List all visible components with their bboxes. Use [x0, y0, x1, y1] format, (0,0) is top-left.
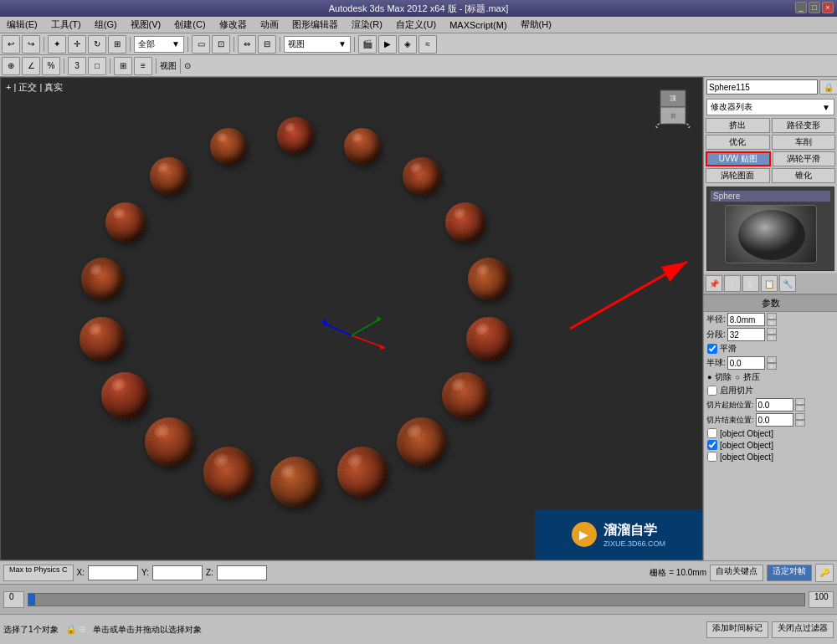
- maximize-button[interactable]: □: [809, 2, 820, 13]
- undo-button[interactable]: ↩: [2, 35, 20, 54]
- timeline-thumb[interactable]: [28, 594, 35, 606]
- real-world-checkbox[interactable]: [707, 452, 717, 462]
- menu-tools[interactable]: 工具(T): [48, 18, 85, 32]
- stack-delete-icon[interactable]: 🗑: [742, 275, 759, 292]
- y-coord-input[interactable]: [152, 565, 203, 580]
- slice-from-up[interactable]: ▲: [795, 398, 805, 405]
- max-to-physics-button[interactable]: Max to Physics C: [3, 565, 74, 581]
- add-time-tag-button[interactable]: 添加时间标记: [706, 621, 768, 638]
- redo-button[interactable]: ↪: [22, 35, 40, 54]
- real-world-label: [object Object]: [720, 452, 773, 462]
- named-sel[interactable]: □: [88, 57, 106, 75]
- bead-3: [445, 202, 485, 243]
- menu-modifier[interactable]: 修改器: [216, 18, 250, 32]
- tessellate-button[interactable]: 涡轮图面: [706, 168, 770, 183]
- move-button[interactable]: ✛: [68, 35, 86, 54]
- minimize-button[interactable]: _: [795, 2, 807, 13]
- angle-snap[interactable]: ∠: [22, 57, 40, 75]
- path-deform-button[interactable]: 路径变形: [772, 118, 836, 133]
- menu-graph-editor[interactable]: 图形编辑器: [289, 18, 341, 32]
- radius-down-button[interactable]: ▼: [767, 319, 777, 326]
- slice-to-down[interactable]: ▼: [795, 420, 805, 427]
- segments-input[interactable]: [727, 328, 765, 341]
- smooth-checkbox[interactable]: [707, 344, 717, 354]
- slice-from-spinners: ▲ ▼: [795, 398, 805, 411]
- scale-button[interactable]: ⊞: [108, 35, 126, 54]
- stack-highlight-icon[interactable]: |: [724, 275, 741, 292]
- object-name-input[interactable]: [706, 79, 818, 95]
- render-button[interactable]: ▶: [378, 35, 397, 54]
- ribbon-btn[interactable]: ≡: [134, 57, 152, 75]
- menu-render[interactable]: 渲染(R): [348, 18, 386, 32]
- stack-pin-icon[interactable]: 📌: [706, 275, 722, 292]
- timeline-track[interactable]: [28, 593, 805, 606]
- menu-create[interactable]: 创建(C): [171, 18, 208, 32]
- modifier-list-dropdown[interactable]: 修改器列表 ▼: [706, 99, 834, 115]
- material-editor-button[interactable]: ◈: [398, 35, 417, 54]
- slice-to-up[interactable]: ▲: [795, 413, 805, 420]
- separator2: [130, 37, 131, 52]
- 3d-snap[interactable]: 3: [68, 57, 86, 75]
- stack-copy-icon[interactable]: 📋: [761, 275, 778, 292]
- radius-input[interactable]: [727, 313, 765, 326]
- hemisphere-mode-row: ● 切除 ○ 挤压: [704, 371, 837, 384]
- slice-to-input[interactable]: [756, 413, 793, 427]
- hemisphere-input[interactable]: [727, 356, 765, 370]
- snap-toggle[interactable]: ⊕: [2, 57, 20, 75]
- window-controls[interactable]: _ □ ×: [795, 2, 834, 13]
- menu-customize[interactable]: 自定义(U): [393, 18, 439, 32]
- radius-label: 半径:: [706, 314, 726, 325]
- slice-from-input[interactable]: [756, 398, 793, 411]
- close-filter-button[interactable]: 关闭点过滤器: [772, 621, 834, 638]
- stack-unique-icon[interactable]: 🔧: [779, 275, 796, 292]
- menu-view[interactable]: 视图(V): [127, 18, 165, 32]
- menu-edit[interactable]: 编辑(E): [3, 18, 41, 32]
- base-bottom-checkbox[interactable]: [707, 428, 717, 438]
- curve-editor-button[interactable]: ≈: [418, 35, 437, 54]
- segments-up-button[interactable]: ▲: [767, 328, 777, 335]
- percent-snap[interactable]: %: [42, 57, 60, 75]
- view-selector[interactable]: 视图 ▼: [284, 36, 351, 53]
- radius-up-button[interactable]: ▲: [767, 313, 777, 319]
- auto-keyframe-button[interactable]: 自动关键点: [710, 565, 763, 581]
- uvw-map-button[interactable]: UVW 贴图: [706, 151, 771, 166]
- bead-1: [344, 128, 381, 165]
- cut-slice-label: 启用切片: [720, 385, 753, 396]
- rotate-button[interactable]: ↻: [88, 35, 106, 54]
- key-filters-button[interactable]: 🔑: [815, 564, 834, 582]
- close-button[interactable]: ×: [822, 2, 834, 13]
- menu-help[interactable]: 帮助(H): [517, 18, 555, 32]
- select-button[interactable]: ✦: [48, 35, 66, 54]
- extrude-button[interactable]: 挤出: [706, 118, 770, 133]
- optimize-button[interactable]: 优化: [706, 135, 770, 150]
- select-region-button[interactable]: ▭: [192, 35, 210, 54]
- hemi-up-btn[interactable]: ▲: [767, 356, 777, 363]
- viewport-3d[interactable]: + | 正交 | 真实 顶 前: [0, 77, 703, 560]
- menu-group[interactable]: 组(G): [91, 18, 121, 32]
- bead-13: [80, 317, 125, 362]
- watermark-url: ZIXUE.3D66.COM: [603, 539, 665, 548]
- lathe-button[interactable]: 车削: [772, 135, 836, 150]
- x-coord-input[interactable]: [88, 565, 138, 580]
- cut-slice-checkbox[interactable]: [707, 386, 717, 396]
- turbosmooth-button[interactable]: 涡轮平滑: [773, 151, 836, 166]
- segments-down-button[interactable]: ▼: [767, 335, 777, 341]
- taper-button[interactable]: 锥化: [772, 168, 836, 183]
- slice-from-down[interactable]: ▼: [795, 405, 805, 411]
- selection-filter[interactable]: 全部 ▼: [134, 36, 184, 53]
- menu-animation[interactable]: 动画: [257, 18, 282, 32]
- render-setup-button[interactable]: 🎬: [358, 35, 377, 54]
- set-key-button[interactable]: 适定对帧: [767, 565, 812, 581]
- modifier-list-label: 修改器列表: [711, 101, 752, 113]
- bead-2: [403, 157, 441, 196]
- object-name-lock[interactable]: 🔒: [819, 79, 837, 95]
- z-coord-input[interactable]: [217, 565, 267, 580]
- gen-coords-checkbox[interactable]: [707, 440, 717, 450]
- sphere-stack-item[interactable]: Sphere: [711, 191, 830, 202]
- align-button[interactable]: ⊟: [258, 35, 276, 54]
- hemi-down-btn[interactable]: ▼: [767, 363, 777, 370]
- window-crossing-button[interactable]: ⊡: [212, 35, 230, 54]
- layer-btn[interactable]: ⊞: [114, 57, 132, 75]
- mirror-button[interactable]: ⇔: [238, 35, 256, 54]
- menu-maxscript[interactable]: MAXScript(M): [446, 19, 510, 31]
